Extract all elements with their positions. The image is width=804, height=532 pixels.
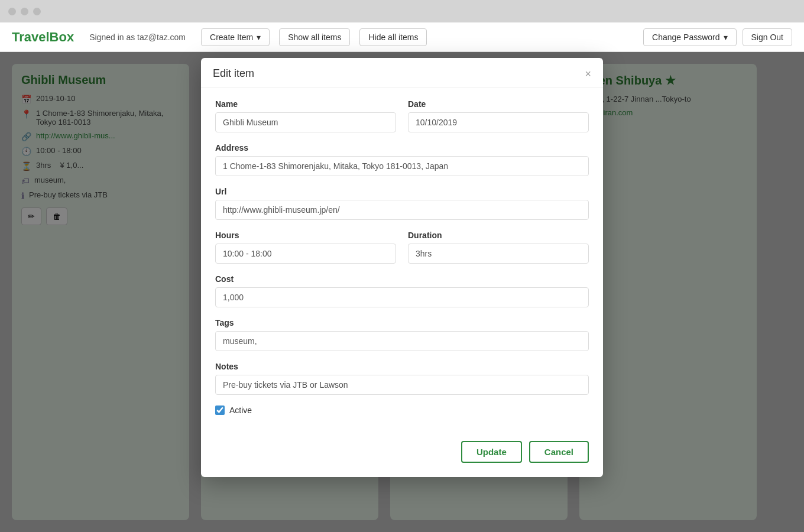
signed-in-label: Signed in as taz@taz.com — [89, 33, 186, 42]
duration-input[interactable] — [408, 244, 589, 264]
show-all-items-button[interactable]: Show all items — [279, 28, 350, 46]
active-row: Active — [215, 406, 589, 415]
hide-all-items-button[interactable]: Hide all items — [359, 28, 427, 46]
notes-input[interactable] — [215, 375, 589, 395]
minimize-traffic-light[interactable] — [21, 8, 28, 15]
cost-row: Cost — [215, 274, 589, 307]
cost-group: Cost — [215, 274, 589, 307]
hours-input[interactable] — [215, 244, 396, 264]
nav-right: Change Password Sign Out — [643, 28, 792, 46]
duration-label: Duration — [408, 231, 589, 240]
date-label: Date — [408, 99, 589, 109]
name-group: Name — [215, 99, 396, 132]
window-chrome — [0, 0, 804, 22]
name-input[interactable] — [215, 112, 396, 132]
notes-label: Notes — [215, 362, 589, 371]
hours-label: Hours — [215, 231, 396, 240]
active-checkbox[interactable] — [215, 406, 225, 415]
edit-item-modal: Edit item × Name Date Address — [201, 58, 603, 477]
modal-overlay: Edit item × Name Date Address — [0, 52, 804, 532]
close-traffic-light[interactable] — [8, 8, 16, 15]
notes-row: Notes — [215, 362, 589, 395]
tags-group: Tags — [215, 318, 589, 351]
url-row: Url — [215, 187, 589, 220]
address-row: Address — [215, 143, 589, 176]
change-password-button[interactable]: Change Password — [643, 28, 736, 46]
duration-group: Duration — [408, 231, 589, 264]
maximize-traffic-light[interactable] — [33, 8, 41, 15]
address-label: Address — [215, 143, 589, 153]
hours-group: Hours — [215, 231, 396, 264]
tags-input[interactable] — [215, 331, 589, 351]
url-input[interactable] — [215, 200, 589, 220]
url-group: Url — [215, 187, 589, 220]
modal-close-button[interactable]: × — [585, 69, 591, 79]
url-label: Url — [215, 187, 589, 196]
name-label: Name — [215, 99, 396, 109]
update-button[interactable]: Update — [461, 441, 522, 463]
navbar: TravelBox Signed in as taz@taz.com Creat… — [0, 22, 804, 52]
modal-footer: Update Cancel — [201, 441, 603, 477]
brand-logo: TravelBox — [12, 30, 74, 45]
cost-label: Cost — [215, 274, 589, 284]
active-label: Active — [229, 406, 252, 415]
tags-row: Tags — [215, 318, 589, 351]
cost-input[interactable] — [215, 287, 589, 307]
modal-body: Name Date Address Url — [201, 87, 603, 441]
create-item-button[interactable]: Create Item — [201, 28, 270, 46]
name-date-row: Name Date — [215, 99, 589, 132]
address-input[interactable] — [215, 156, 589, 176]
date-group: Date — [408, 99, 589, 132]
hours-duration-row: Hours Duration — [215, 231, 589, 264]
date-input[interactable] — [408, 112, 589, 132]
modal-title: Edit item — [213, 67, 254, 80]
cancel-button[interactable]: Cancel — [529, 441, 589, 463]
modal-header: Edit item × — [201, 58, 603, 87]
tags-label: Tags — [215, 318, 589, 327]
sign-out-button[interactable]: Sign Out — [743, 28, 792, 46]
notes-group: Notes — [215, 362, 589, 395]
address-group: Address — [215, 143, 589, 176]
